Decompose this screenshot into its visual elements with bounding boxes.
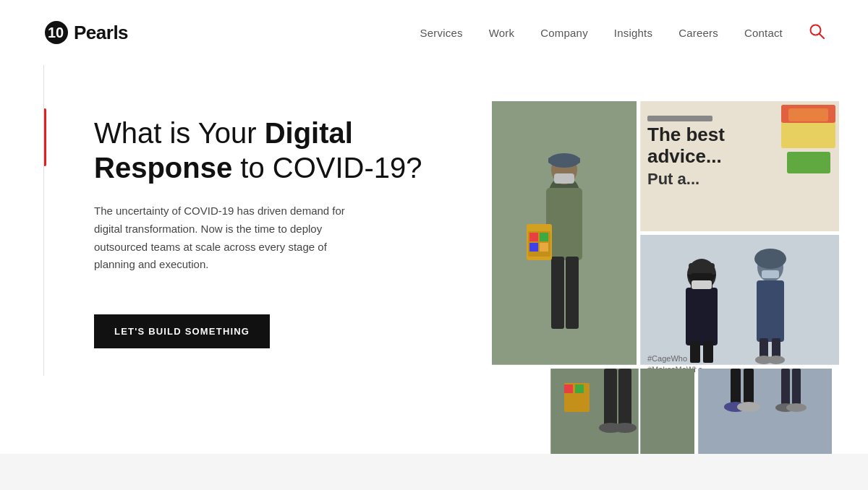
svg-text:The best: The best bbox=[647, 124, 725, 145]
hero-illustration: The best advice... Put a... bbox=[492, 101, 839, 463]
svg-rect-48 bbox=[618, 369, 631, 426]
hero-title: What is Your Digital Response to COVID-1… bbox=[94, 116, 441, 185]
svg-text:#CageWho: #CageWho bbox=[647, 354, 687, 363]
svg-rect-15 bbox=[540, 233, 548, 241]
svg-rect-31 bbox=[689, 263, 715, 269]
svg-text:advice...: advice... bbox=[647, 145, 722, 167]
svg-line-3 bbox=[820, 34, 825, 39]
svg-rect-34 bbox=[703, 341, 713, 363]
svg-rect-53 bbox=[575, 384, 584, 393]
header: 10 Pearls Services Work Company Insights… bbox=[0, 0, 868, 65]
image-grid: The best advice... Put a... bbox=[492, 101, 868, 463]
svg-point-42 bbox=[767, 356, 785, 364]
svg-point-58 bbox=[737, 402, 760, 412]
main-content: What is Your Digital Response to COVID-1… bbox=[0, 65, 868, 490]
svg-rect-8 bbox=[548, 158, 580, 163]
nav-company[interactable]: Company bbox=[540, 27, 588, 39]
svg-rect-33 bbox=[690, 341, 700, 363]
svg-rect-39 bbox=[760, 338, 768, 358]
svg-point-50 bbox=[613, 423, 637, 433]
nav-careers[interactable]: Careers bbox=[678, 27, 718, 39]
scroll-line bbox=[43, 65, 44, 376]
nav-insights[interactable]: Insights bbox=[614, 27, 652, 39]
svg-rect-54 bbox=[698, 369, 832, 459]
main-nav: Services Work Company Insights Careers C… bbox=[420, 23, 825, 42]
svg-rect-59 bbox=[781, 369, 790, 405]
svg-rect-10 bbox=[551, 257, 564, 329]
hero-content: What is Your Digital Response to COVID-1… bbox=[94, 108, 441, 348]
svg-rect-60 bbox=[792, 369, 801, 405]
svg-rect-27 bbox=[788, 108, 828, 121]
nav-contact[interactable]: Contact bbox=[744, 27, 783, 39]
svg-rect-16 bbox=[529, 243, 538, 252]
logo-text: Pearls bbox=[74, 22, 128, 44]
nav-services[interactable]: Services bbox=[420, 27, 463, 39]
svg-rect-55 bbox=[731, 369, 741, 405]
svg-rect-35 bbox=[692, 280, 712, 289]
hero-image-area: The best advice... Put a... bbox=[492, 101, 868, 463]
logo-icon: 10 bbox=[43, 20, 69, 46]
svg-text:10: 10 bbox=[48, 25, 64, 40]
hero-description: The uncertainty of COVID-19 has driven d… bbox=[94, 202, 354, 274]
svg-rect-52 bbox=[564, 384, 573, 393]
svg-rect-32 bbox=[686, 288, 718, 345]
svg-rect-47 bbox=[604, 369, 617, 426]
svg-rect-56 bbox=[744, 369, 754, 405]
svg-point-62 bbox=[786, 403, 807, 412]
svg-rect-18 bbox=[554, 173, 574, 184]
logo[interactable]: 10 Pearls bbox=[43, 20, 128, 46]
svg-rect-20 bbox=[647, 116, 712, 121]
svg-text:Put a...: Put a... bbox=[647, 170, 699, 188]
svg-point-37 bbox=[754, 249, 786, 269]
svg-rect-26 bbox=[787, 152, 830, 173]
bottom-bar bbox=[0, 454, 868, 490]
nav-work[interactable]: Work bbox=[489, 27, 515, 39]
svg-rect-28 bbox=[640, 235, 839, 365]
svg-rect-38 bbox=[757, 280, 784, 342]
svg-rect-40 bbox=[772, 338, 780, 358]
svg-rect-17 bbox=[540, 243, 548, 252]
search-icon[interactable] bbox=[809, 23, 825, 42]
cta-button[interactable]: LET'S BUILD SOMETHING bbox=[94, 314, 270, 348]
svg-rect-14 bbox=[529, 233, 538, 241]
svg-rect-11 bbox=[566, 257, 579, 329]
svg-rect-43 bbox=[762, 270, 779, 278]
